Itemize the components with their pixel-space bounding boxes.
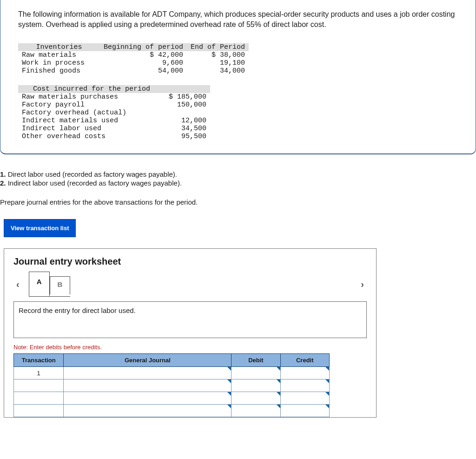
chevron-left-icon[interactable]: ‹: [13, 277, 22, 292]
question-1: 1. Direct labor used (recorded as factor…: [0, 170, 476, 178]
journal-table: Transaction General Journal Debit Credit…: [13, 353, 330, 417]
transaction-cell: 1: [14, 367, 64, 379]
tab-b[interactable]: B: [50, 276, 71, 294]
col-header-transaction: Transaction: [14, 354, 64, 367]
table-row: [14, 392, 330, 405]
table-row: [14, 405, 330, 417]
col-header-debit: Debit: [231, 354, 280, 367]
note-text: Note: Enter debits before credits.: [13, 344, 367, 351]
journal-worksheet: Journal entry worksheet ‹ A B › Record t…: [4, 248, 377, 418]
table-row: Finished goods 54,000 34,000: [18, 67, 249, 75]
problem-box: The following information is available f…: [0, 0, 476, 154]
credit-cell[interactable]: [280, 379, 330, 392]
inventories-table: Inventories Beginning of period End of P…: [18, 43, 249, 75]
debit-cell[interactable]: [231, 367, 280, 379]
inv-header-col2: End of Period: [187, 43, 249, 51]
general-journal-cell[interactable]: [64, 379, 231, 392]
table-row: 1: [14, 367, 330, 379]
general-journal-cell[interactable]: [64, 392, 231, 405]
transaction-cell: [14, 405, 64, 417]
entry-prompt: Record the entry for direct labor used.: [13, 301, 367, 338]
table-row: Raw materials $ 42,000 $ 38,000: [18, 51, 249, 59]
costs-header: Cost incurred for the period: [18, 85, 165, 93]
transaction-cell: [14, 379, 64, 392]
instruction: Prepare journal entries for the above tr…: [0, 198, 476, 206]
tab-a[interactable]: A: [29, 272, 50, 296]
debit-cell[interactable]: [231, 405, 280, 417]
credit-cell[interactable]: [280, 392, 330, 405]
debit-cell[interactable]: [231, 379, 280, 392]
question-2: 2. Indirect labor used (recorded as fact…: [0, 179, 476, 187]
table-row: Indirect labor used34,500: [18, 125, 210, 133]
costs-table: Cost incurred for the period Raw materia…: [18, 85, 210, 140]
chevron-right-icon[interactable]: ›: [358, 277, 367, 292]
view-transaction-list-button[interactable]: View transaction list: [4, 219, 76, 237]
problem-intro: The following information is available f…: [18, 0, 458, 29]
question-list: 1. Direct labor used (recorded as factor…: [0, 170, 476, 187]
general-journal-cell[interactable]: [64, 367, 231, 379]
table-row: Work in process 9,600 19,100: [18, 59, 249, 67]
credit-cell[interactable]: [280, 405, 330, 417]
credit-cell[interactable]: [280, 367, 330, 379]
col-header-general-journal: General Journal: [64, 354, 231, 367]
table-row: Indirect materials used12,000: [18, 117, 210, 125]
table-row: [14, 379, 330, 392]
table-row: Other overhead costs95,500: [18, 133, 210, 140]
transaction-cell: [14, 392, 64, 405]
worksheet-title: Journal entry worksheet: [13, 256, 367, 267]
table-row: Raw materials purchases$ 185,000: [18, 93, 210, 101]
worksheet-tabs: A B: [29, 272, 71, 297]
table-row: Factory payroll150,000: [18, 101, 210, 109]
inv-header-col1: Beginning of period: [100, 43, 187, 51]
general-journal-cell[interactable]: [64, 405, 231, 417]
inv-header-col0: Inventories: [18, 43, 100, 51]
debit-cell[interactable]: [231, 392, 280, 405]
col-header-credit: Credit: [280, 354, 330, 367]
table-row: Factory overhead (actual): [18, 109, 210, 117]
